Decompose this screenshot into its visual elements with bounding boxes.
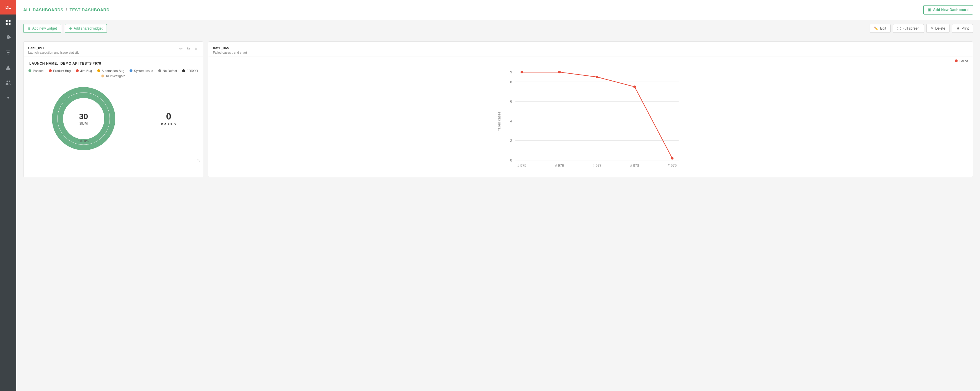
launch-label-text: LAUNCH NAME: — [29, 62, 58, 66]
add-widget-button[interactable]: ⊕ Add new widget — [23, 24, 61, 33]
print-label: Print — [961, 26, 969, 30]
grid-icon — [5, 19, 11, 25]
svg-text:# 977: # 977 — [593, 164, 601, 168]
toolbar: ⊕ Add new widget ⊕ Add shared widget ✏️ … — [16, 20, 980, 37]
svg-text:9: 9 — [510, 70, 512, 74]
svg-text:8: 8 — [510, 80, 512, 84]
widget-right: uat1_965 Failed cases trend chart Failed — [208, 41, 973, 177]
sidebar-item-launches[interactable] — [0, 30, 16, 45]
add-dashboard-label: Add New Dashboard — [933, 8, 969, 12]
fullscreen-icon: ⛶ — [897, 26, 901, 30]
legend-product-bug: Product Bug — [49, 69, 71, 73]
failed-legend-label: Failed — [959, 59, 968, 63]
widget-left: uat1_097 Launch execution and issue stat… — [23, 41, 203, 177]
widget-left-actions: ✏ ↻ ✕ — [179, 46, 198, 52]
legend-to-investigate-label: To Investigate — [106, 74, 126, 78]
sidebar: DL — [0, 0, 16, 391]
data-point-978 — [633, 85, 636, 88]
widget-left-info: uat1_097 Launch execution and issue stat… — [28, 46, 79, 54]
legend-system-issue-label: System Issue — [134, 69, 153, 73]
legend-to-investigate-dot — [101, 74, 104, 78]
data-point-977 — [596, 76, 598, 78]
data-point-976 — [558, 71, 561, 73]
svg-text:failed cases: failed cases — [497, 112, 501, 131]
launch-name: Demo Api Tests #979 — [60, 62, 101, 66]
delete-button[interactable]: ✕ Delete — [926, 24, 950, 33]
legend-automation-bug: Automation Bug — [97, 69, 124, 73]
legend-passed: Passed — [29, 69, 44, 73]
svg-text:# 978: # 978 — [630, 164, 639, 168]
issues-label: ISSUES — [161, 122, 177, 126]
legend-jira-bug-dot — [76, 69, 79, 72]
legend-jira-bug: Jira Bug — [76, 69, 92, 73]
resize-handle[interactable]: ⤡ — [197, 158, 201, 163]
legend-product-bug-dot — [49, 69, 52, 72]
add-shared-label: Add shared widget — [74, 26, 103, 30]
issues-stats: 0 ISSUES — [161, 111, 177, 126]
sidebar-item-analytics[interactable] — [0, 60, 16, 75]
failed-legend-dot — [955, 59, 958, 62]
donut-number: 30 — [79, 112, 88, 121]
toolbar-right: ✏️ Edit ⛶ Full screen ✕ Delete 🖨 Print — [870, 24, 973, 33]
line-chart-svg: 0 2 4 6 8 9 failed cases # 975 # 976 # 9… — [214, 66, 967, 170]
svg-rect-0 — [6, 20, 8, 22]
svg-point-10 — [7, 97, 9, 99]
trend-line — [522, 72, 672, 158]
main-content: ALL DASHBOARDS / TEST DASHBOARD ⊞ Add Ne… — [16, 0, 980, 391]
legend-jira-bug-label: Jira Bug — [80, 69, 92, 73]
svg-text:# 975: # 975 — [517, 164, 526, 168]
legend-system-issue: System Issue — [130, 69, 153, 73]
add-shared-widget-button[interactable]: ⊕ Add shared widget — [65, 24, 107, 33]
add-dashboard-button[interactable]: ⊞ Add New Dashboard — [923, 5, 973, 14]
svg-rect-3 — [9, 23, 10, 25]
svg-text:# 979: # 979 — [668, 164, 677, 168]
legend-automation-bug-dot — [97, 69, 100, 72]
chart-area: 30 SUM 100.0% 0 ISSUES — [28, 82, 198, 155]
line-chart-legend: Failed — [208, 57, 973, 63]
dashboard-content: uat1_097 Launch execution and issue stat… — [16, 37, 980, 391]
widget-edit-button[interactable]: ✏ — [179, 46, 183, 52]
legend-to-investigate: To Investigate — [101, 74, 126, 78]
donut-sum-label: SUM — [79, 121, 88, 126]
add-dashboard-grid-icon: ⊞ — [928, 8, 931, 12]
toolbar-left: ⊕ Add new widget ⊕ Add shared widget — [23, 24, 107, 33]
sidebar-item-members[interactable] — [0, 75, 16, 90]
svg-rect-1 — [9, 20, 10, 22]
widget-right-header: uat1_965 Failed cases trend chart — [208, 42, 973, 57]
widget-refresh-button[interactable]: ↻ — [186, 46, 191, 52]
sidebar-item-dashboard[interactable] — [0, 15, 16, 30]
legend-passed-dot — [29, 69, 31, 72]
app-logo[interactable]: DL — [0, 0, 16, 14]
breadcrumb-current: TEST DASHBOARD — [69, 8, 110, 12]
issues-count: 0 — [161, 111, 177, 122]
legend-error-label: ERROR — [186, 69, 198, 73]
filter-icon — [5, 49, 11, 56]
sidebar-item-settings[interactable] — [0, 90, 16, 105]
analytics-icon — [5, 64, 11, 71]
widget-right-subtitle: Failed cases trend chart — [213, 51, 247, 54]
add-widget-label: Add new widget — [32, 26, 57, 30]
breadcrumb-separator: / — [66, 8, 67, 12]
widgets-row: uat1_097 Launch execution and issue stat… — [23, 41, 973, 177]
breadcrumb: ALL DASHBOARDS / TEST DASHBOARD — [23, 8, 110, 12]
page-header: ALL DASHBOARDS / TEST DASHBOARD ⊞ Add Ne… — [16, 0, 980, 20]
donut-chart: 30 SUM 100.0% — [50, 85, 117, 152]
delete-icon: ✕ — [931, 26, 934, 30]
print-button[interactable]: 🖨 Print — [952, 24, 973, 33]
launch-label: LAUNCH NAME: Demo Api Tests #979 — [28, 62, 198, 66]
svg-point-8 — [7, 81, 8, 82]
svg-text:# 976: # 976 — [555, 164, 564, 168]
edit-button[interactable]: ✏️ Edit — [870, 24, 891, 33]
sidebar-item-filters[interactable] — [0, 45, 16, 60]
fullscreen-label: Full screen — [902, 26, 920, 30]
legend-error: ERROR — [182, 69, 198, 73]
widget-right-info: uat1_965 Failed cases trend chart — [213, 46, 247, 54]
add-shared-icon: ⊕ — [69, 26, 72, 30]
legend-passed-label: Passed — [33, 69, 44, 73]
widget-close-button[interactable]: ✕ — [194, 46, 198, 52]
add-widget-icon: ⊕ — [28, 26, 30, 30]
donut-center: 30 SUM — [79, 112, 88, 126]
breadcrumb-all[interactable]: ALL DASHBOARDS — [23, 8, 63, 12]
fullscreen-button[interactable]: ⛶ Full screen — [893, 24, 924, 33]
svg-point-9 — [9, 81, 10, 82]
